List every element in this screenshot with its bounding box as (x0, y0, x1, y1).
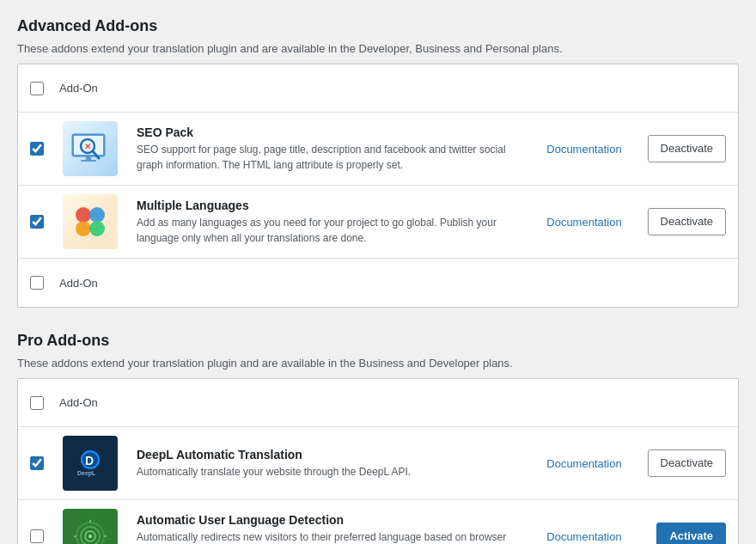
advanced-section-description: These addons extend your translation plu… (17, 42, 739, 55)
seo-icon-svg: ✕ (69, 127, 112, 170)
pro-header-label: Add-On (59, 396, 98, 409)
seo-pack-doc-link[interactable]: Documentation (546, 143, 621, 156)
deepl-icon-inner: D DeepL (63, 436, 118, 491)
multiple-languages-action-cell[interactable]: Deactivate (631, 208, 726, 235)
advanced-addons-section: Advanced Add-ons These addons extend you… (17, 17, 739, 308)
deepl-deactivate-button[interactable]: Deactivate (648, 449, 726, 477)
multiple-languages-deactivate-button[interactable]: Deactivate (648, 208, 726, 235)
svg-text:✕: ✕ (84, 142, 91, 151)
seo-pack-info: SEO Pack SEO support for page slug, page… (137, 125, 537, 173)
auto-detect-info: Automatic User Language Detection Automa… (137, 513, 537, 545)
advanced-header-checkbox-cell-1[interactable] (30, 82, 56, 95)
multiple-languages-checkbox[interactable] (30, 215, 44, 229)
deepl-doc-cell[interactable]: Documentation (537, 457, 631, 470)
multiple-languages-name: Multiple Languages (137, 199, 520, 212)
multiple-languages-info: Multiple Languages Add as many languages… (137, 199, 537, 246)
pro-header-checkbox-cell[interactable] (30, 396, 56, 410)
deepl-doc-link[interactable]: Documentation (546, 457, 621, 470)
auto-detect-activate-button[interactable]: Activate (656, 523, 726, 544)
deepl-icon: D DeepL (63, 436, 118, 491)
deepl-row: D DeepL DeepL Automatic Translation Auto… (18, 427, 738, 500)
seo-pack-name: SEO Pack (137, 125, 520, 139)
pro-section-description: These addons extend your translation plu… (17, 357, 739, 370)
svg-point-24 (88, 535, 92, 538)
deepl-checkbox[interactable] (30, 456, 44, 470)
auto-detect-icon-cell (56, 509, 125, 544)
svg-rect-5 (86, 156, 91, 160)
deepl-desc: Automatically translate your website thr… (137, 464, 520, 480)
auto-detect-icon-inner (63, 509, 118, 544)
auto-detect-doc-cell[interactable]: Documentation (537, 530, 631, 543)
advanced-header-checkbox-cell-2[interactable] (30, 276, 56, 290)
pro-header-row: Add-On (18, 379, 738, 427)
seo-pack-checkbox-cell[interactable] (30, 142, 56, 156)
advanced-header-row-2: Add-On (18, 259, 738, 307)
multiple-languages-row: Multiple Languages Add as many languages… (18, 186, 738, 259)
seo-pack-icon-cell: ✕ (56, 121, 125, 176)
seo-pack-row: ✕ SEO Pack SEO support for page slug, pa… (18, 113, 738, 186)
pro-header-checkbox[interactable] (30, 396, 44, 410)
multiple-languages-doc-cell[interactable]: Documentation (537, 216, 631, 229)
advanced-addons-table: Add-On ✕ (17, 64, 739, 308)
seo-pack-icon: ✕ (63, 121, 118, 176)
seo-pack-desc: SEO support for page slug, page title, d… (137, 142, 520, 173)
deepl-icon-cell: D DeepL (56, 436, 125, 491)
auto-detect-name: Automatic User Language Detection (137, 513, 520, 527)
auto-detect-action-cell[interactable]: Activate (631, 523, 726, 544)
multilang-icon-svg (68, 199, 113, 244)
seo-pack-deactivate-button[interactable]: Deactivate (648, 135, 726, 162)
auto-detect-desc: Automatically redirects new visitors to … (137, 529, 520, 545)
deepl-action-cell[interactable]: Deactivate (631, 449, 726, 477)
multiple-languages-icon-cell (56, 194, 125, 249)
seo-pack-doc-cell[interactable]: Documentation (537, 143, 631, 156)
auto-detect-icon-svg (70, 516, 111, 544)
svg-text:DeepL: DeepL (77, 470, 96, 477)
advanced-header-label-1: Add-On (59, 82, 98, 95)
pro-addons-table: Add-On D DeepL (17, 378, 739, 544)
svg-text:D: D (85, 454, 94, 468)
pro-section-title: Pro Add-ons (17, 332, 739, 350)
auto-detect-doc-link[interactable]: Documentation (546, 530, 621, 543)
auto-detect-icon (63, 509, 118, 544)
deepl-info: DeepL Automatic Translation Automaticall… (137, 448, 537, 480)
deepl-icon-svg: D DeepL (70, 443, 111, 484)
seo-pack-action-cell[interactable]: Deactivate (631, 135, 726, 162)
advanced-header-label-2: Add-On (59, 277, 98, 290)
svg-rect-6 (81, 160, 96, 162)
advanced-header-checkbox-2[interactable] (30, 276, 44, 290)
auto-detect-checkbox[interactable] (30, 529, 44, 543)
multiple-languages-icon (63, 194, 118, 249)
deepl-checkbox-cell[interactable] (30, 456, 56, 470)
seo-pack-checkbox[interactable] (30, 142, 44, 156)
svg-rect-20 (70, 516, 111, 544)
pro-addons-section: Pro Add-ons These addons extend your tra… (17, 332, 739, 544)
multiple-languages-doc-link[interactable]: Documentation (546, 216, 621, 229)
advanced-header-row-1: Add-On (18, 64, 738, 113)
multiple-languages-checkbox-cell[interactable] (30, 215, 56, 229)
auto-detect-row: Automatic User Language Detection Automa… (18, 500, 738, 544)
multiple-languages-desc: Add as many languages as you need for yo… (137, 215, 520, 246)
advanced-header-checkbox-1[interactable] (30, 82, 44, 95)
auto-detect-checkbox-cell[interactable] (30, 529, 56, 543)
advanced-section-title: Advanced Add-ons (17, 17, 739, 35)
deepl-name: DeepL Automatic Translation (137, 448, 520, 461)
